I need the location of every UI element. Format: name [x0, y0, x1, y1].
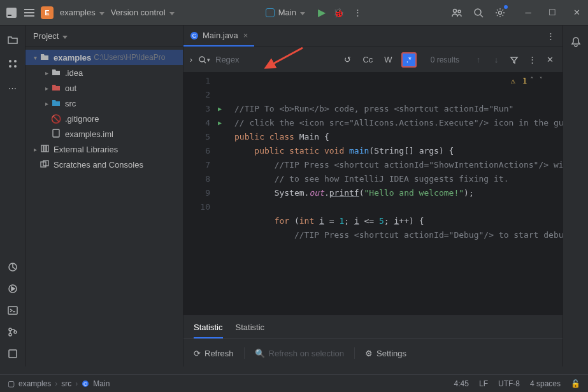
library-icon [39, 144, 50, 155]
svg-point-6 [9, 60, 11, 62]
refresh-button[interactable]: ⟳Refresh [194, 349, 234, 358]
editor-tab-main[interactable]: C Main.java × [183, 25, 254, 47]
indent[interactable]: 4 spaces [530, 379, 561, 388]
debug-button[interactable]: 🐞 [333, 8, 344, 18]
settings-button[interactable]: ⚙Settings [365, 349, 406, 358]
tree-iml[interactable]: examples.iml [25, 126, 183, 142]
vcs-label: Version control [111, 8, 166, 17]
tree-scratches[interactable]: Scratches and Consoles [25, 157, 183, 172]
encoding[interactable]: UTF-8 [498, 379, 520, 388]
svg-rect-19 [44, 145, 46, 152]
svg-point-8 [9, 65, 11, 68]
history-icon[interactable]: ↺ [341, 54, 354, 66]
chevron-down-icon [99, 8, 104, 17]
project-panel-title[interactable]: Project [33, 31, 68, 41]
tree-gitignore[interactable]: 🚫 .gitignore [25, 111, 183, 126]
tab-statistic-2[interactable]: Statistic [236, 316, 265, 338]
more-run-actions-icon[interactable]: ⋮ [352, 6, 364, 19]
java-class-icon: C [190, 31, 199, 40]
expand-find-icon[interactable]: › [190, 55, 192, 64]
vcs-selector[interactable]: Version control [111, 8, 175, 17]
close-tab-icon[interactable]: × [243, 31, 248, 40]
class-icon: C [82, 380, 89, 388]
svg-rect-0 [6, 8, 17, 18]
run-config-selector[interactable]: Main [261, 5, 310, 20]
tree-src[interactable]: src [25, 96, 183, 111]
svg-rect-20 [47, 145, 48, 152]
services-tool-icon[interactable] [6, 282, 19, 295]
tab-more-icon[interactable]: ⋮ [547, 31, 555, 41]
svg-rect-17 [53, 129, 59, 137]
svg-point-7 [14, 60, 17, 62]
project-selector[interactable]: examples [60, 8, 104, 17]
right-tool-rail [563, 25, 588, 367]
line-ending[interactable]: LF [479, 379, 488, 388]
scratches-icon [39, 160, 50, 170]
more-tools-icon[interactable]: ⋯ [6, 82, 19, 94]
minimize-button[interactable]: ─ [522, 6, 534, 19]
search-icon: 🔍 [255, 349, 265, 358]
readonly-lock-icon[interactable]: 🔓 [571, 379, 580, 388]
editor-area: C Main.java × ⋮ › ▾ ↺ Cc W .* 0 results … [183, 25, 563, 367]
find-more-icon[interactable]: ⋮ [526, 54, 538, 66]
svg-point-13 [9, 328, 11, 331]
search-icon[interactable]: ▾ [197, 54, 210, 66]
run-config-icon [266, 8, 275, 17]
refresh-selection-button[interactable]: 🔍Refresh on selection [255, 349, 345, 358]
regex-button[interactable]: .* [401, 52, 417, 68]
tab-statistic-1[interactable]: Statistic [194, 316, 223, 338]
settings-icon[interactable] [494, 6, 506, 19]
close-find-icon[interactable]: ✕ [543, 54, 556, 66]
svg-point-3 [458, 10, 461, 13]
main-menu-icon[interactable] [24, 9, 34, 17]
svg-text:C: C [83, 381, 87, 387]
terminal-tool-icon[interactable] [6, 304, 19, 317]
build-tool-icon[interactable] [6, 347, 19, 360]
code-editor[interactable]: 1 2 3 4 5 6 7 8 9 10 ⚠ 1 ˆ ˇ //TIP To <b… [183, 73, 563, 316]
chevron-down-icon [169, 8, 175, 17]
titlebar: E examples Version control Main ▶ 🐞 ⋮ ─ … [0, 0, 588, 25]
project-tool-icon[interactable] [6, 33, 19, 46]
prev-match-icon[interactable]: ↑ [472, 54, 485, 66]
next-match-icon[interactable]: ↓ [490, 54, 503, 66]
chevron-down-icon [62, 31, 68, 41]
code-with-me-icon[interactable] [450, 6, 463, 19]
breadcrumb[interactable]: ▢ examples › src › C Main [8, 379, 110, 388]
whole-word-button[interactable]: W [382, 54, 394, 66]
tree-idea[interactable]: .idea [25, 65, 183, 80]
tree-root[interactable]: examples C:\Users\HP\IdeaPro [25, 50, 183, 65]
tree-out[interactable]: out [25, 80, 183, 96]
close-button[interactable]: ✕ [570, 6, 583, 19]
inspection-badge[interactable]: ⚠ 1 ˆ ˇ [511, 74, 543, 88]
svg-text:C: C [192, 33, 197, 39]
tab-label: Main.java [203, 31, 238, 40]
tree-ext-libs[interactable]: External Libraries [25, 142, 183, 157]
gear-icon: ⚙ [365, 349, 373, 358]
search-icon[interactable] [472, 6, 485, 19]
notifications-icon[interactable] [570, 36, 582, 48]
svg-point-2 [454, 9, 457, 12]
caret-position[interactable]: 4:45 [454, 379, 469, 388]
app-logo-icon[interactable] [5, 6, 18, 19]
chevron-down-icon [300, 8, 305, 17]
filter-icon[interactable] [508, 54, 520, 66]
status-bar: ▢ examples › src › C Main 4:45 LF UTF-8 … [0, 374, 588, 392]
project-badge: E [41, 6, 54, 19]
refresh-icon: ⟳ [194, 349, 201, 358]
svg-rect-18 [41, 145, 43, 152]
structure-tool-icon[interactable] [6, 57, 19, 70]
project-name: examples [60, 8, 96, 17]
vcs-tool-icon[interactable] [6, 326, 19, 338]
find-results-label: 0 results [431, 55, 459, 64]
module-icon: ▢ [8, 379, 15, 388]
statistic-tool-icon[interactable] [6, 261, 19, 273]
svg-point-9 [14, 65, 17, 68]
run-config-label: Main [278, 8, 296, 17]
match-case-button[interactable]: Cc [360, 54, 375, 66]
svg-point-25 [199, 57, 204, 62]
run-button[interactable]: ▶ [318, 6, 326, 18]
ignore-file-icon: 🚫 [51, 114, 61, 124]
find-input[interactable] [215, 55, 322, 64]
maximize-button[interactable]: ☐ [546, 6, 559, 19]
project-tree: examples C:\Users\HP\IdeaPro .idea out s… [25, 47, 183, 175]
